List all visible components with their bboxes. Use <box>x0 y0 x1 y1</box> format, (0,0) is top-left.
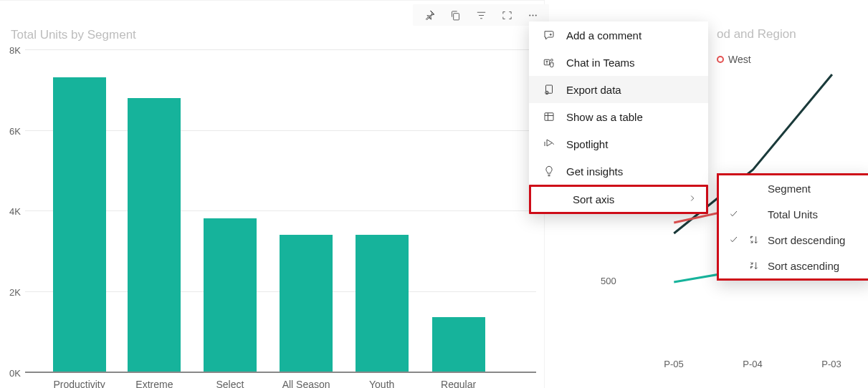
bar-regular[interactable] <box>432 317 485 372</box>
spotlight-icon <box>542 137 556 151</box>
sort-asc-icon <box>748 259 760 272</box>
more-icon[interactable] <box>526 9 539 21</box>
menu-label: Show as a table <box>566 111 643 123</box>
y-tick: 0K <box>9 368 21 379</box>
pin-icon[interactable] <box>423 9 436 21</box>
check-placeholder <box>728 259 740 272</box>
legend-label: West <box>728 54 751 65</box>
check-icon <box>728 208 740 220</box>
menu-add-comment[interactable]: Add a comment <box>529 21 708 49</box>
menu-chat-teams[interactable]: Chat in Teams <box>529 49 708 76</box>
menu-sort-axis[interactable]: Sort axis <box>529 185 708 214</box>
menu-show-table[interactable]: Show as a table <box>529 103 708 130</box>
legend-swatch-icon <box>717 56 724 63</box>
submenu-label: Sort ascending <box>768 260 862 272</box>
svg-point-1 <box>529 14 530 16</box>
bar-all-season[interactable] <box>280 235 333 372</box>
chevron-right-icon <box>687 193 697 205</box>
submenu-label: Sort descending <box>768 234 862 246</box>
teams-icon <box>542 55 556 69</box>
sort-desc-icon <box>748 233 760 246</box>
menu-label: Get insights <box>566 165 623 178</box>
svg-point-5 <box>550 59 553 62</box>
y-tick: 8K <box>9 45 21 56</box>
x-tick: Regular <box>441 379 476 388</box>
menu-label: Export data <box>566 84 621 96</box>
bar-chart-visual[interactable]: Total Units by Segment 8K 6K 4K 2K 0K Pr… <box>0 0 545 388</box>
check-placeholder <box>728 182 740 195</box>
comment-icon <box>542 28 556 42</box>
submenu-sort-descending[interactable]: Sort descending <box>719 227 868 253</box>
check-icon <box>728 233 740 246</box>
submenu-segment[interactable]: Segment <box>719 175 868 201</box>
legend-west[interactable]: West <box>717 54 751 65</box>
x-tick: P-05 <box>664 359 683 369</box>
svg-point-3 <box>535 14 536 16</box>
bar-productivity[interactable] <box>53 77 106 372</box>
submenu-total-units[interactable]: Total Units <box>719 201 868 227</box>
menu-label: Add a comment <box>566 29 642 42</box>
svg-rect-8 <box>545 113 553 121</box>
copy-icon[interactable] <box>449 9 462 21</box>
svg-point-2 <box>532 14 533 16</box>
x-tick: P-03 <box>821 359 841 369</box>
bar-select[interactable] <box>204 218 257 372</box>
filter-icon[interactable] <box>474 9 487 21</box>
export-icon <box>542 82 556 97</box>
bar-youth[interactable] <box>356 235 409 372</box>
bar-chart-title: Total Units by Segment <box>11 28 136 42</box>
y-tick: 4K <box>9 206 21 217</box>
x-tick: Productivity <box>53 379 105 388</box>
menu-label: Chat in Teams <box>566 57 635 69</box>
y-tick: 2K <box>9 286 21 297</box>
focus-icon[interactable] <box>500 9 513 21</box>
x-tick: Extreme <box>135 379 173 388</box>
submenu-label: Total Units <box>768 208 862 220</box>
context-menu: Add a comment Chat in Teams Export data … <box>529 21 708 214</box>
menu-label: Sort axis <box>573 193 614 205</box>
table-icon <box>542 110 556 124</box>
sort-axis-submenu: Segment Total Units Sort descending Sort… <box>717 173 868 281</box>
menu-export-data[interactable]: Export data <box>529 76 708 103</box>
menu-label: Spotlight <box>566 138 608 150</box>
y-tick: 6K <box>9 125 21 136</box>
svg-rect-0 <box>453 13 459 19</box>
submenu-label: Segment <box>768 183 862 195</box>
line-chart-title-fragment: od and Region <box>717 27 796 42</box>
x-tick: P-04 <box>743 359 762 369</box>
bulb-icon <box>542 164 556 178</box>
menu-get-insights[interactable]: Get insights <box>529 157 708 185</box>
bar-extreme[interactable] <box>128 98 181 372</box>
submenu-sort-ascending[interactable]: Sort ascending <box>719 253 868 278</box>
menu-spotlight[interactable]: Spotlight <box>529 130 708 157</box>
x-tick: Youth <box>369 379 394 388</box>
x-tick: All Season <box>282 379 330 388</box>
x-tick: Select <box>216 379 244 388</box>
bar-chart-plot: 8K 6K 4K 2K 0K Productivity Extreme Sele… <box>25 49 536 372</box>
